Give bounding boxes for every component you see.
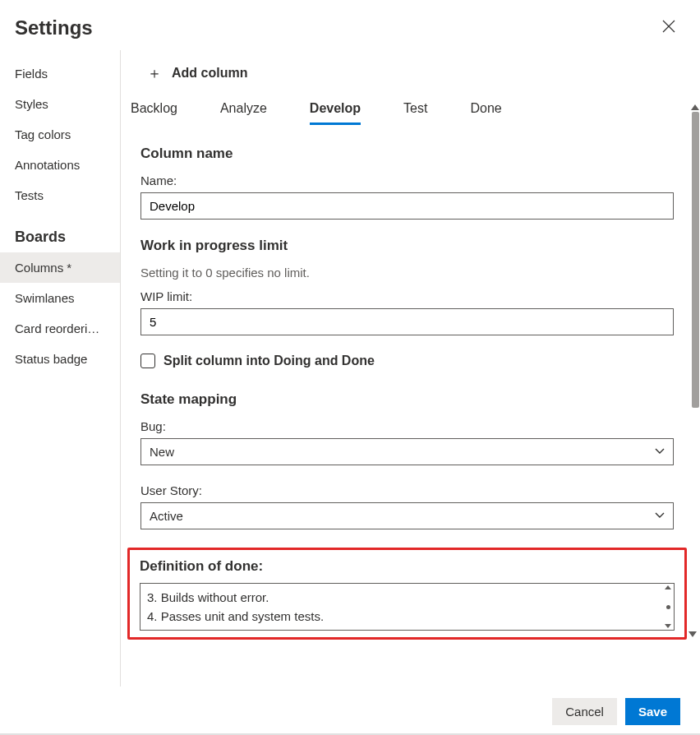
tab-test[interactable]: Test [403,95,427,124]
column-tabs: Backlog Analyze Develop Test Done [127,95,687,124]
page-title: Settings [15,16,93,39]
cancel-button[interactable]: Cancel [552,698,617,725]
dod-line: 3. Builds without error. [147,589,667,608]
name-label: Name: [140,173,674,187]
sidebar-item-tag-colors[interactable]: Tag colors [0,119,120,150]
sidebar: Fields Styles Tag colors Annotations Tes… [0,50,120,686]
sidebar-item-card-reordering[interactable]: Card reorderi… [0,313,120,344]
user-story-label: User Story: [140,483,674,497]
tab-develop[interactable]: Develop [310,95,361,125]
split-column-label: Split column into Doing and Done [163,354,375,368]
dod-line: 4. Passes unit and system tests. [147,608,667,626]
sidebar-item-tests[interactable]: Tests [0,180,120,210]
wip-heading: Work in progress limit [140,238,674,254]
close-icon [662,20,675,33]
wip-helper: Setting it to 0 specifies no limit. [140,266,674,280]
bug-label: Bug: [140,419,674,433]
close-button[interactable] [657,15,680,40]
scrollbar[interactable] [690,104,700,408]
add-column-button[interactable]: ＋ Add column [127,58,687,95]
checkbox-icon [140,354,155,368]
definition-of-done-highlight: Definition of done: 3. Builds without er… [127,548,687,640]
user-story-state-value: Active [150,509,183,523]
sidebar-item-swimlanes[interactable]: Swimlanes [0,283,120,313]
scroll-down-icon [665,624,671,628]
sidebar-item-columns[interactable]: Columns * [0,252,120,283]
definition-of-done-textarea[interactable]: 3. Builds without error. 4. Passes unit … [140,583,675,631]
state-mapping-heading: State mapping [140,391,674,408]
add-column-label: Add column [172,66,247,81]
scroll-dot-icon [666,605,670,609]
dod-heading: Definition of done: [140,558,675,575]
sidebar-item-styles[interactable]: Styles [0,89,120,119]
scroll-up-icon [665,585,671,589]
scroll-thumb[interactable] [692,112,699,408]
tab-done[interactable]: Done [470,95,501,124]
sidebar-item-status-badge[interactable]: Status badge [0,344,120,374]
save-button[interactable]: Save [625,698,680,725]
tab-analyze[interactable]: Analyze [220,95,267,124]
user-story-state-select[interactable]: Active [140,502,674,529]
main-panel: ＋ Add column Backlog Analyze Develop Tes… [120,50,700,686]
dialog-footer: Cancel Save [552,698,680,725]
tab-backlog[interactable]: Backlog [131,95,177,124]
bug-state-value: New [150,445,174,459]
wip-label: WIP limit: [140,289,674,303]
wip-limit-input[interactable] [140,308,674,335]
scroll-down-icon [688,631,697,637]
scroll-up-icon [691,104,699,110]
sidebar-item-fields[interactable]: Fields [0,58,120,89]
column-name-heading: Column name [140,146,674,162]
bug-state-select[interactable]: New [140,438,674,465]
column-name-input[interactable] [140,192,674,220]
plus-icon: ＋ [147,63,162,83]
sidebar-item-annotations[interactable]: Annotations [0,150,120,180]
dod-scrollbar[interactable] [664,585,672,628]
split-column-checkbox[interactable]: Split column into Doing and Done [140,354,674,368]
chevron-down-icon [655,509,665,523]
sidebar-group-boards: Boards [0,210,120,252]
chevron-down-icon [655,445,665,459]
